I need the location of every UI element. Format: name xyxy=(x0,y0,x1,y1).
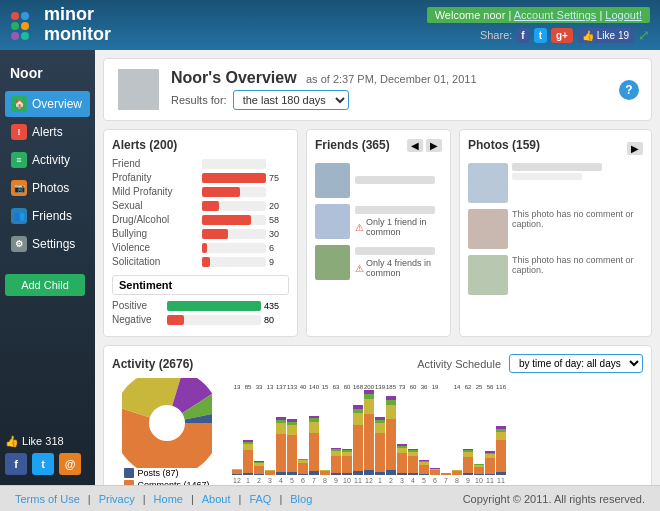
x-axis-label: 8 xyxy=(452,477,462,484)
sidebar-item-overview[interactable]: 🏠 Overview xyxy=(5,91,90,117)
footer-link-blog[interactable]: Blog xyxy=(290,493,312,505)
bar-segment xyxy=(364,399,374,414)
sentiment-positive-label: Positive xyxy=(112,300,167,311)
x-axis-label: 6 xyxy=(298,477,308,484)
footer-link-terms[interactable]: Terms of Use xyxy=(15,493,80,505)
content-area: Noor's Overview as of 2:37 PM, December … xyxy=(95,50,660,485)
photos-next-btn[interactable]: ▶ xyxy=(627,142,643,155)
friend-info xyxy=(355,176,435,186)
footer-sep: | xyxy=(88,493,91,505)
help-button[interactable]: ? xyxy=(619,80,639,100)
sidebar-item-label: Activity xyxy=(32,153,70,167)
sidebar-item-activity[interactable]: ≡ Activity xyxy=(5,147,90,173)
legend-label-posts: Posts (87) xyxy=(137,468,178,478)
bar-segment xyxy=(419,465,429,474)
facebook-share-btn[interactable]: f xyxy=(516,28,529,43)
alert-label: Mild Profanity xyxy=(112,186,202,197)
x-axis-label: 10 xyxy=(474,477,484,484)
photo-thumbnail xyxy=(468,255,508,295)
bar-segment xyxy=(298,463,308,474)
email-icon[interactable]: @ xyxy=(59,453,81,475)
alert-label: Sexual xyxy=(112,200,202,211)
pie-chart-area: Posts (87) Comments (1467) Messages (662… xyxy=(112,378,222,485)
x-axis-label: 7 xyxy=(309,477,319,484)
alert-row-bullying: Bullying 30 xyxy=(112,228,289,239)
bar-segment xyxy=(353,471,363,475)
facebook-like-box[interactable]: 👍 Like 19 xyxy=(577,28,634,43)
activity-body: Posts (87) Comments (1467) Messages (662… xyxy=(112,378,643,485)
friend-name xyxy=(355,176,435,184)
account-settings-link[interactable]: Account Settings xyxy=(514,9,597,21)
bar-segment xyxy=(309,433,319,471)
bar-group xyxy=(408,449,418,475)
add-child-button[interactable]: Add Child xyxy=(5,274,85,296)
alert-value: 6 xyxy=(269,243,289,253)
bar-segment xyxy=(408,456,418,473)
sentiment-negative-label: Negative xyxy=(112,314,167,325)
sidebar-item-friends[interactable]: 👥 Friends xyxy=(5,203,90,229)
sidebar-item-label: Friends xyxy=(32,209,72,223)
sidebar-item-alerts[interactable]: ! Alerts xyxy=(5,119,90,145)
x-axis-label: 8 xyxy=(320,477,330,484)
activity-section: Activity (2676) Activity Schedule by tim… xyxy=(103,345,652,485)
x-axis-label: 6 xyxy=(430,477,440,484)
logo-dots xyxy=(10,11,38,39)
schedule-controls: Activity Schedule by time of day: all da… xyxy=(417,354,643,373)
footer-link-about[interactable]: About xyxy=(202,493,231,505)
sentiment-positive-row: Positive 435 xyxy=(112,300,289,311)
sentiment-negative-value: 80 xyxy=(264,315,289,325)
footer-link-home[interactable]: Home xyxy=(154,493,183,505)
x-axis-label: 9 xyxy=(331,477,341,484)
footer-sep: | xyxy=(143,493,146,505)
friends-next-btn[interactable]: ▶ xyxy=(426,139,442,152)
bar-segment xyxy=(364,470,374,475)
settings-icon: ⚙ xyxy=(11,236,27,252)
bar-segment xyxy=(276,472,286,475)
friends-box: Friends (365) ◀ ▶ xyxy=(306,129,451,337)
page-title: Noor's Overview as of 2:37 PM, December … xyxy=(171,69,619,87)
alert-bar-wrap xyxy=(202,201,266,211)
twitter-icon[interactable]: t xyxy=(32,453,54,475)
bar-segment xyxy=(474,474,484,475)
bar-group xyxy=(309,416,319,475)
share-icon[interactable]: ⤢ xyxy=(638,27,650,43)
schedule-select[interactable]: by time of day: all days xyxy=(509,354,643,373)
bar-segment xyxy=(463,473,473,475)
sidebar-item-label: Overview xyxy=(32,97,82,111)
x-axis-label: 3 xyxy=(397,477,407,484)
bar-segment xyxy=(342,456,352,473)
friend-item xyxy=(315,163,442,198)
sidebar-item-settings[interactable]: ⚙ Settings xyxy=(5,231,90,257)
bar-segment xyxy=(309,422,319,433)
x-axis-label: 2 xyxy=(254,477,264,484)
sidebar-item-label: Alerts xyxy=(32,125,63,139)
friend-warning: ⚠ Only 1 friend in common xyxy=(355,217,442,237)
friends-prev-btn[interactable]: ◀ xyxy=(407,139,423,152)
footer-link-privacy[interactable]: Privacy xyxy=(99,493,135,505)
logout-link[interactable]: Logout! xyxy=(605,9,642,21)
bar-group xyxy=(287,418,297,475)
twitter-share-btn[interactable]: t xyxy=(534,28,547,43)
alert-bar-wrap xyxy=(202,215,266,225)
googleplus-share-btn[interactable]: g+ xyxy=(551,28,573,43)
bar-segment xyxy=(375,423,385,433)
facebook-icon[interactable]: f xyxy=(5,453,27,475)
warning-icon: ⚠ xyxy=(355,263,364,274)
bar-group xyxy=(364,390,374,475)
sentiment-positive-bar-wrap xyxy=(167,301,261,311)
friend-common-text: Only 4 friends in common xyxy=(366,258,442,278)
like-icon: 👍 xyxy=(5,435,19,447)
logo-text: minor monitor xyxy=(44,5,111,45)
bar-group xyxy=(386,396,396,475)
bar-segment xyxy=(397,473,407,475)
x-axis-label: 11 xyxy=(485,477,495,484)
bar-segment xyxy=(441,473,451,475)
legend-item-comments: Comments (1467) xyxy=(124,480,209,485)
photos-box: Photos (159) ▶ This photo has no comment… xyxy=(459,129,652,337)
date-range-select[interactable]: the last 180 days xyxy=(233,90,349,110)
bar-segment xyxy=(320,471,330,475)
sidebar-item-photos[interactable]: 📷 Photos xyxy=(5,175,90,201)
bar-group xyxy=(397,444,407,475)
bar-segment xyxy=(287,472,297,475)
footer-link-faq[interactable]: FAQ xyxy=(249,493,271,505)
